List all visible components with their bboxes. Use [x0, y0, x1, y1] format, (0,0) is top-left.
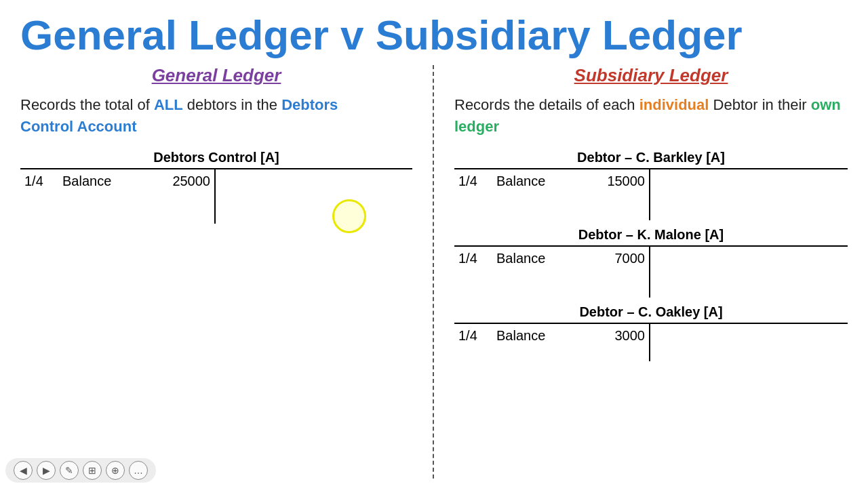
debtor-oakley-title: Debtor – C. Oakley [A]	[454, 304, 848, 324]
debtor-malone-entry: 1/4 Balance 7000	[454, 247, 649, 271]
ledger-debit-side: 1/4 Balance 25000	[20, 169, 216, 224]
entry-amount: 3000	[604, 328, 645, 344]
general-ledger-title: General Ledger	[20, 65, 412, 86]
more-button[interactable]: …	[129, 461, 148, 480]
entry-amount: 15000	[604, 174, 645, 189]
grid-button[interactable]: ⊞	[83, 461, 102, 480]
highlight-individual: individual	[639, 96, 709, 113]
back-button[interactable]: ◀	[14, 461, 33, 480]
debtors-control-title: Debtors Control [A]	[20, 150, 412, 169]
left-description: Records the total of ALL debtors in the …	[20, 94, 412, 138]
debtor-oakley-ledger: Debtor – C. Oakley [A] 1/4 Balance 3000	[454, 304, 848, 361]
debtor-malone-debit: 1/4 Balance 7000	[454, 247, 650, 298]
debtor-barkley-title: Debtor – C. Barkley [A]	[454, 150, 848, 169]
debtor-oakley-entry: 1/4 Balance 3000	[454, 324, 649, 348]
highlight-all: ALL	[154, 96, 183, 113]
debtor-malone-title: Debtor – K. Malone [A]	[454, 227, 848, 247]
debtor-malone-ledger: Debtor – K. Malone [A] 1/4 Balance 7000	[454, 227, 848, 298]
right-panel: Subsidiary Ledger Records the details of…	[434, 65, 868, 479]
debtor-oakley-debit: 1/4 Balance 3000	[454, 324, 650, 361]
zoom-button[interactable]: ⊕	[106, 461, 125, 480]
debtor-malone-credit	[650, 247, 846, 298]
bottom-toolbar: ◀ ▶ ✎ ⊞ ⊕ …	[5, 458, 156, 483]
entry-amount: 7000	[604, 251, 645, 266]
entry-desc: Balance	[62, 174, 159, 189]
entry-desc: Balance	[496, 328, 593, 344]
left-panel: General Ledger Records the total of ALL …	[0, 65, 434, 479]
subsidiary-tables: Debtor – C. Barkley [A] 1/4 Balance 1500…	[454, 150, 848, 368]
entry-desc: Balance	[496, 251, 593, 266]
entry-amount: 25000	[170, 174, 210, 189]
debtors-control-ledger: Debtors Control [A] 1/4 Balance 25000	[20, 150, 412, 224]
debtor-barkley-entry: 1/4 Balance 15000	[454, 169, 649, 194]
entry-desc: Balance	[496, 174, 593, 189]
edit-button[interactable]: ✎	[60, 461, 79, 480]
ledger-credit-side	[216, 169, 411, 224]
right-description: Records the details of each individual D…	[454, 94, 848, 138]
entry-date: 1/4	[24, 174, 52, 189]
debtor-barkley-credit	[650, 169, 846, 220]
entry-date: 1/4	[458, 174, 486, 189]
debtor-barkley-ledger: Debtor – C. Barkley [A] 1/4 Balance 1500…	[454, 150, 848, 220]
debtor-barkley-debit: 1/4 Balance 15000	[454, 169, 650, 220]
ledger-entry-row: 1/4 Balance 25000	[20, 169, 214, 194]
forward-button[interactable]: ▶	[37, 461, 56, 480]
entry-date: 1/4	[458, 328, 486, 344]
entry-date: 1/4	[458, 251, 486, 266]
debtor-oakley-credit	[650, 324, 846, 361]
subsidiary-ledger-title: Subsidiary Ledger	[454, 65, 848, 86]
main-title: General Ledger v Subsidiary Ledger	[0, 0, 868, 65]
